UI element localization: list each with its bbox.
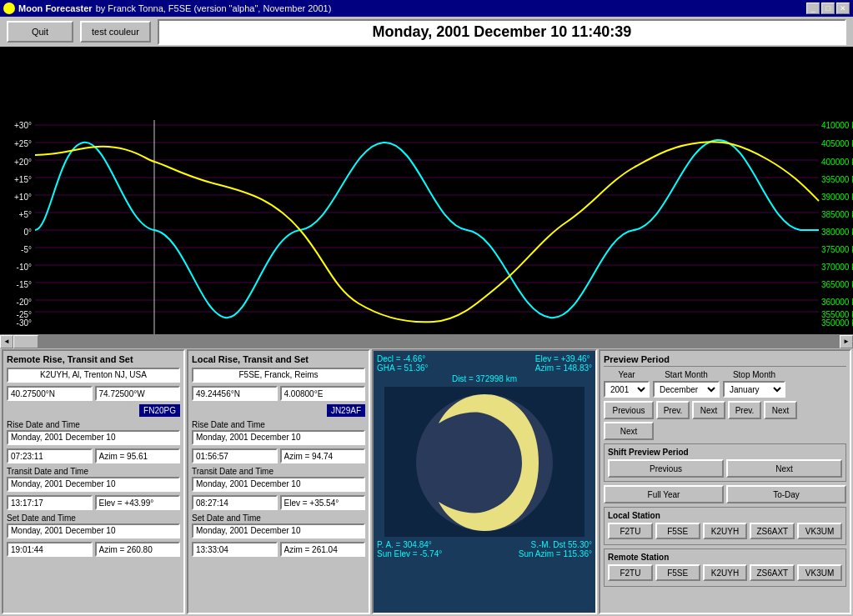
local-transit-date[interactable]: Monday, 2001 December 10 [192,477,365,492]
remote-transit-elev[interactable] [95,495,181,510]
svg-text:+5°: +5° [19,210,32,219]
year-select[interactable]: 1999 2000 2001 2002 2003 [604,381,650,398]
maximize-button[interactable]: □ [821,3,835,14]
local-station-buttons: F2TU F5SE K2UYH ZS6AXT VK3UM [608,523,842,539]
chart-svg: +30° +25° +20° +15° +10° +5° 0° -5° -10°… [0,47,853,334]
remote-set-time[interactable] [7,542,93,557]
test-couleur-button[interactable]: test couleur [80,21,151,43]
moon-decl: Decl = -4.66° [377,354,429,363]
local-vk3um-button[interactable]: VK3UM [797,523,842,539]
start-month-col: Start Month JanuaryFebruaryMarch AprilMa… [653,370,720,398]
next-button-2[interactable]: Next [764,401,797,419]
start-month-select[interactable]: JanuaryFebruaryMarch AprilMayJune JulyAu… [653,381,720,398]
moon-sun-elev: Sun Elev = -5.74° [377,549,442,558]
local-rise-azim[interactable] [280,448,366,463]
next-main-button[interactable]: Next [604,422,654,440]
scroll-right-button[interactable]: ► [840,335,853,348]
remote-set-azim[interactable] [95,542,181,557]
remote-rise-date[interactable]: Monday, 2001 December 10 [7,430,180,445]
local-station-title: Local Station [608,511,842,520]
local-set-time[interactable] [192,542,278,557]
moon-gha: GHA = 51.36° [377,363,429,373]
local-zs6axt-button[interactable]: ZS6AXT [750,523,795,539]
scroll-track[interactable] [13,335,840,348]
svg-text:395000 km: 395000 km [821,175,853,184]
close-button[interactable]: ✕ [836,3,850,14]
svg-text:-5°: -5° [21,245,32,254]
remote-lat-field[interactable] [7,386,93,401]
app-icon [3,3,15,14]
remote-station-buttons: F2TU F5SE K2UYH ZS6AXT VK3UM [608,564,842,581]
local-lon-field[interactable] [280,386,366,401]
to-day-button[interactable]: To-Day [726,485,846,503]
stop-month-label: Stop Month [733,370,775,379]
local-transit-label: Transit Date and Time [192,467,365,476]
chart-area: +30° +25° +20° +15° +10° +5° 0° -5° -10°… [0,47,853,334]
remote-f5se-button[interactable]: F5SE [655,564,700,581]
prev-button-1[interactable]: Prev. [656,401,690,419]
remote-station-name[interactable]: K2UYH, Al, Trenton NJ, USA [7,368,180,383]
local-set-azim[interactable] [280,542,366,557]
quit-button[interactable]: Quit [7,21,73,43]
moon-bottom-info: P. A. = 304.84° S.-M. Dst 55.30° Sun Ele… [377,540,592,558]
remote-transit-time[interactable] [7,495,93,510]
local-rise-date[interactable]: Monday, 2001 December 10 [192,430,365,445]
remote-rise-time[interactable] [7,448,93,463]
svg-text:0°: 0° [23,228,32,237]
shift-previous-button[interactable]: Previous [608,459,724,478]
moon-panel: Decl = -4.66° GHA = 51.36° Elev = +39.46… [372,349,597,614]
remote-vk3um-button[interactable]: VK3UM [797,564,842,581]
remote-zs6axt-button[interactable]: ZS6AXT [750,564,795,581]
moon-info-top: Decl = -4.66° GHA = 51.36° Elev = +39.46… [377,354,592,373]
remote-lon-field[interactable] [95,386,181,401]
local-station-subpanel: Local Station F2TU F5SE K2UYH ZS6AXT VK3… [604,507,846,545]
local-station-name[interactable]: F5SE, Franck, Reims [192,368,365,383]
svg-text:+30°: +30° [14,121,32,130]
remote-transit-label: Transit Date and Time [7,467,180,476]
moon-svg [393,389,576,535]
bottom-panels: Remote Rise, Transit and Set K2UYH, Al, … [0,348,853,616]
local-rise-time[interactable] [192,448,278,463]
prev-button-2[interactable]: Prev. [728,401,761,419]
svg-text:+25°: +25° [14,139,32,148]
svg-text:400000 km: 400000 km [821,158,853,167]
local-k2uyh-button[interactable]: K2UYH [703,523,748,539]
local-panel-title: Local Rise, Transit and Set [192,354,365,364]
local-panel: Local Rise, Transit and Set F5SE, Franck… [187,349,370,614]
svg-text:+15°: +15° [14,175,32,184]
moon-elev: Elev = +39.46° [535,354,592,363]
minimize-button[interactable]: _ [806,3,820,14]
year-label: Year [618,370,635,379]
app-title: Moon Forecaster [18,3,93,13]
full-year-button[interactable]: Full Year [604,485,724,503]
remote-rise-azim[interactable] [95,448,181,463]
stop-month-select[interactable]: JanuaryFebruaryMarch AprilMayJune JulyAu… [723,381,785,398]
start-month-label: Start Month [665,370,708,379]
shift-next-button[interactable]: Next [726,459,842,478]
remote-transit-date[interactable]: Monday, 2001 December 10 [7,477,180,492]
preview-title: Preview Period [604,354,846,367]
year-col: Year 1999 2000 2001 2002 2003 [604,370,650,398]
scroll-thumb[interactable] [13,335,38,348]
svg-text:385000 km: 385000 km [821,210,853,219]
title-bar: Moon Forecaster by Franck Tonna, F5SE (v… [0,0,853,17]
local-f5se-button[interactable]: F5SE [655,523,700,539]
svg-text:-20°: -20° [17,298,32,307]
previous-button-1[interactable]: Previous [604,401,654,419]
local-f2tu-button[interactable]: F2TU [608,523,653,539]
moon-dist: Dist = 372998 km [377,374,592,383]
local-transit-time[interactable] [192,495,278,510]
scroll-left-button[interactable]: ◄ [0,335,13,348]
local-lat-field[interactable] [192,386,278,401]
remote-k2uyh-button[interactable]: K2UYH [703,564,748,581]
remote-rise-label: Rise Date and Time [7,420,180,429]
svg-text:-30°: -30° [17,318,32,328]
local-transit-elev[interactable] [280,495,366,510]
next-button-1[interactable]: Next [692,401,725,419]
remote-set-date[interactable]: Monday, 2001 December 10 [7,523,180,538]
remote-f2tu-button[interactable]: F2TU [608,564,653,581]
moon-pa: P. A. = 304.84° [377,540,432,549]
svg-text:350000 km: 350000 km [821,318,853,328]
svg-text:405000 km: 405000 km [821,139,853,148]
local-set-date[interactable]: Monday, 2001 December 10 [192,523,365,538]
